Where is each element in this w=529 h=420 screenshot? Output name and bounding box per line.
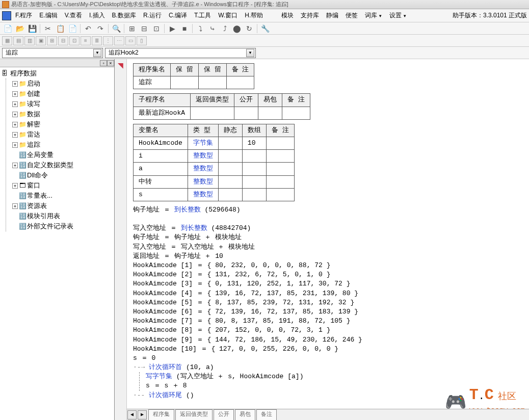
bottom-tab[interactable]: 易包	[235, 409, 255, 419]
bottom-tab[interactable]: 程序集	[148, 409, 174, 419]
expand-icon[interactable]: +	[12, 122, 18, 127]
layout-btn-6[interactable]: ⊟	[58, 36, 68, 45]
tree-item-ext[interactable]: 🔢外部文件记录表	[10, 221, 113, 231]
menu-settings[interactable]: 设置▼	[386, 10, 410, 21]
expand-icon[interactable]: +	[12, 132, 18, 138]
combo-subproc-btn[interactable]: ▼	[246, 49, 254, 57]
menu-dict[interactable]: 词库▼	[362, 10, 385, 21]
layout-btn-9[interactable]: ≣	[92, 36, 102, 45]
tree-item-decrypt[interactable]: +📁解密	[10, 119, 113, 129]
menu-insert[interactable]: I.插入	[86, 10, 108, 21]
open-icon[interactable]: 📂	[14, 23, 25, 34]
copy-icon[interactable]: 📋	[55, 23, 66, 34]
menu-tools[interactable]: T.工具	[191, 10, 214, 21]
window2-icon[interactable]: ⊟	[139, 23, 150, 34]
menu-compile[interactable]: C.编译	[166, 10, 190, 21]
cut-icon[interactable]: ✂	[42, 23, 54, 34]
combo-subproc[interactable]: 追踪Hook2 ▼	[105, 48, 256, 58]
tree-item-const[interactable]: 🔢常量表...	[10, 191, 113, 201]
panel-min-icon[interactable]: ▫	[100, 60, 107, 66]
menu-note[interactable]: 便签	[342, 10, 361, 21]
expand-icon[interactable]: +	[12, 163, 18, 168]
layout-btn-10[interactable]: ⋮	[103, 36, 113, 45]
code-line[interactable]: HookAimcode [3] ＝ { 0, 131, 120, 252, 1,…	[133, 279, 523, 288]
code-line[interactable]: 写字节集 (写入空地址 ＋ s, HookAimcode [a])	[146, 372, 523, 381]
step-out-icon[interactable]: ⤴	[219, 23, 230, 34]
code-line[interactable]: 钩子地址 ＝ 到长整数 (5296648)	[133, 205, 523, 215]
expand-icon[interactable]: +	[12, 91, 18, 97]
tree-item-rw[interactable]: +📁读写	[10, 99, 113, 109]
expand-icon[interactable]: +	[12, 183, 18, 189]
code-line[interactable]: 钩子地址 ＝ 钩子地址 ＋ 模块地址	[133, 233, 523, 242]
menu-help[interactable]: H.帮助	[242, 10, 266, 21]
tree-item-types[interactable]: +🔢自定义数据类型	[10, 160, 113, 170]
layout-btn-7[interactable]: ⊡	[69, 36, 80, 45]
undo-icon[interactable]: ↶	[83, 23, 94, 34]
menu-edit[interactable]: E.编辑	[36, 10, 60, 21]
menu-window[interactable]: W.窗口	[215, 10, 241, 21]
find-icon[interactable]: 🔍	[111, 23, 122, 34]
menu-view[interactable]: V.查看	[62, 10, 85, 21]
menu-static[interactable]: 静编	[323, 10, 341, 21]
loop-start[interactable]: ·-→ 计次循环首 (10, a)	[133, 363, 523, 372]
code-line[interactable]: 返回地址 ＝ 钩子地址 ＋ 10	[133, 252, 523, 261]
stop-icon[interactable]: ■	[179, 23, 190, 34]
bottom-tab[interactable]: 返回值类型	[175, 409, 213, 419]
save-icon[interactable]: 💾	[27, 23, 38, 34]
expand-icon[interactable]: +	[12, 81, 18, 87]
code-line[interactable]: HookAimcode [10] ＝ { 127, 0, 0, 255, 226…	[133, 345, 523, 354]
layout-btn-1[interactable]: ▦	[2, 36, 12, 45]
tree-item-radar[interactable]: +📁雷达	[10, 129, 113, 140]
bottom-tab[interactable]: 备注	[256, 409, 277, 419]
expand-icon[interactable]: +	[12, 112, 18, 117]
code-area[interactable]: 程序集名保 留保 留备 注 追踪 子程序名返回值类型公开易包备 注 最新追踪Ho…	[127, 59, 529, 420]
tree-item-data[interactable]: +📁数据	[10, 109, 113, 119]
expand-icon[interactable]: +	[12, 101, 18, 107]
redo-icon[interactable]: ↷	[95, 23, 106, 34]
tree-item-window[interactable]: +🗔窗口	[10, 180, 113, 191]
tree-item-global[interactable]: 🔢全局变量	[10, 150, 113, 160]
menu-run[interactable]: R.运行	[140, 10, 165, 21]
code-line[interactable]: HookAimcode [8] ＝ { 207, 152, 0, 0, 0, 7…	[133, 326, 523, 335]
project-tree[interactable]: 🗄 程序数据 +📁启动 +📁创建 +📁读写 +📁数据 +📁解密 +📁雷达 +📁追…	[0, 67, 114, 420]
code-line[interactable]: HookAimcode [4] ＝ { 139, 16, 72, 137, 85…	[133, 289, 523, 298]
step-over-icon[interactable]: ⤵	[195, 23, 206, 34]
layout-btn-8[interactable]: ≡	[81, 36, 91, 45]
module-tool-icon[interactable]: 🔧	[259, 23, 271, 34]
code-line[interactable]: HookAimcode [1] ＝ { 80, 232, 0, 0, 0, 0,…	[133, 261, 523, 270]
code-line[interactable]: 写入空地址 ＝ 写入空地址 ＋ 模块地址	[133, 243, 523, 252]
tree-item-track[interactable]: +📁追踪	[10, 140, 113, 150]
tree-item-res[interactable]: +🔢资源表	[10, 201, 113, 211]
step-icon[interactable]: ↻	[244, 23, 255, 34]
paste-icon[interactable]: 📄	[67, 23, 78, 34]
panel-close-icon[interactable]: ×	[107, 60, 114, 66]
menu-support[interactable]: 支持库	[298, 10, 322, 21]
window1-icon[interactable]: ⊞	[126, 23, 138, 34]
menu-file[interactable]: F.程序	[12, 10, 35, 21]
code-line[interactable]: HookAimcode [9] ＝ { 144, 72, 186, 15, 49…	[133, 335, 523, 345]
code-line[interactable]: HookAimcode [5] ＝ { 8, 137, 85, 239, 72,…	[133, 298, 523, 307]
combo-procset[interactable]: 追踪 ▼	[2, 48, 103, 58]
code-editor[interactable]: ◥ 程序集名保 留保 留备 注 追踪 子程序名返回值类型公开易包备 注 最新追踪…	[115, 59, 529, 420]
layout-btn-13[interactable]: ▯	[137, 36, 147, 45]
menu-module[interactable]: 模块	[278, 10, 297, 21]
var-table[interactable]: 变量名类 型静态数组备 注 HookAimcode字节集10 i整数型 a整数型…	[133, 124, 295, 201]
code-line[interactable]: HookAimcode [7] ＝ { 80, 8, 137, 85, 191,…	[133, 317, 523, 326]
tree-item-startup[interactable]: +📁启动	[10, 78, 113, 89]
layout-btn-2[interactable]: ▤	[13, 36, 23, 45]
tree-item-dll[interactable]: 🔢Dll命令	[10, 170, 113, 180]
code-line[interactable]: HookAimcode [6] ＝ { 72, 139, 16, 72, 137…	[133, 307, 523, 317]
procset-table[interactable]: 程序集名保 留保 留备 注 追踪	[133, 63, 254, 89]
breakpoint-icon[interactable]: ⬤	[231, 23, 243, 34]
code-line[interactable]: 写入空地址 ＝ 到长整数 (48842704)	[133, 224, 523, 233]
tab-scroll-right-icon[interactable]: ▶	[138, 410, 147, 419]
subproc-table[interactable]: 子程序名返回值类型公开易包备 注 最新追踪HookA	[133, 93, 310, 119]
expand-icon[interactable]: +	[12, 142, 18, 148]
layout-btn-11[interactable]: ⋯	[114, 36, 124, 45]
bottom-tab[interactable]: 公开	[214, 409, 234, 419]
step-into-icon[interactable]: ⤷	[207, 23, 218, 34]
run-icon[interactable]: ▶	[167, 23, 178, 34]
new-icon[interactable]: 📄	[2, 23, 13, 34]
combo-procset-btn[interactable]: ▼	[93, 49, 101, 57]
menu-database[interactable]: B.数据库	[109, 10, 139, 21]
